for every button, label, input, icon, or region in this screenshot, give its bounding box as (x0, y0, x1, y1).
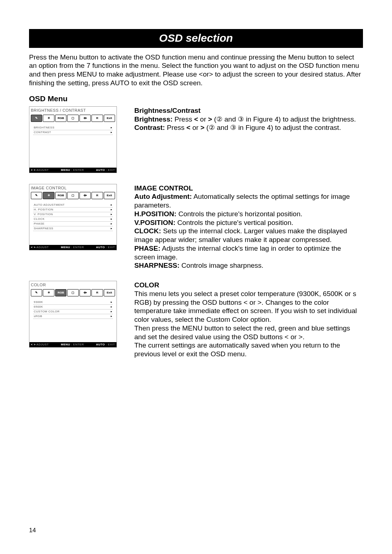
osd-panel-title: IMAGE CONTROL (29, 184, 117, 192)
osd-item-contrast[interactable]: CONTRAST▸ (33, 130, 113, 135)
osd-footer: < > ADJUST MENU : ENTER AUTO : EXIT (29, 245, 117, 250)
osd-icon-misc2[interactable]: ⟴ (79, 192, 91, 199)
osd-icon-misc1[interactable]: ▢ (67, 289, 78, 296)
chevron-right-icon: ▸ (111, 213, 113, 216)
osd-item-srgb[interactable]: sRGB▸ (33, 314, 113, 319)
osd-item-v-position[interactable]: V. POSITION▸ (33, 212, 113, 217)
osd-item-h-position[interactable]: H. POSITION▸ (33, 208, 113, 212)
osd-icon-rgb[interactable]: RGB (55, 289, 66, 296)
chevron-right-icon: ▸ (111, 315, 113, 318)
chevron-right-icon: ▸ (111, 203, 113, 207)
osd-icon-exit[interactable]: Exit (104, 289, 115, 296)
osd-panel-title: BRIGHTNESS / CONTRAST (29, 107, 117, 114)
osd-icon-row: ✎ ☀ RGB ▢ ⟴ R Exit (29, 114, 117, 123)
osd-icon-image[interactable]: ☀ (43, 115, 54, 122)
page-title: OSD selection (29, 29, 363, 48)
chevron-right-icon: ▸ (111, 208, 113, 212)
osd-item-clock[interactable]: CLOCK▸ (33, 217, 113, 222)
chevron-right-icon: ▸ (111, 217, 113, 221)
chevron-right-icon: ▸ (111, 305, 113, 309)
osd-item-brightness[interactable]: BRIGHTNESS▸ (33, 126, 113, 130)
osd-icon-rgb[interactable]: RGB (55, 192, 66, 199)
osd-footer: < > ADJUST MENU : ENTER AUTO : EXIT (29, 342, 117, 347)
osd-icon-misc1[interactable]: ▢ (67, 192, 78, 199)
chevron-right-icon: ▸ (111, 227, 113, 230)
brightness-description: Brightness/Contrast Brightness: Press < … (134, 106, 363, 132)
osd-icon-misc2[interactable]: ⟴ (79, 115, 91, 122)
osd-icon-brightness[interactable]: ✎ (31, 289, 42, 296)
chevron-right-icon: ▸ (111, 131, 113, 134)
osd-icon-reset[interactable]: R (91, 289, 103, 296)
osd-menu-heading: OSD Menu (29, 94, 363, 103)
osd-icon-misc2[interactable]: ⟴ (79, 289, 91, 296)
osd-icon-row: ✎ ☀ RGB ▢ ⟴ R Exit (29, 288, 117, 298)
osd-icon-exit[interactable]: Exit (104, 115, 115, 122)
osd-item-auto-adjustment[interactable]: AUTO ADJUSTMENT▸ (33, 203, 113, 208)
chevron-right-icon: ▸ (111, 300, 113, 304)
osd-icon-image[interactable]: ☀ (43, 289, 54, 296)
osd-item-6500k[interactable]: 6500K▸ (33, 305, 113, 309)
osd-icon-brightness[interactable]: ✎ (31, 192, 42, 199)
osd-panel-image: IMAGE CONTROL ✎ ☀ RGB ▢ ⟴ R Exit AUTO AD… (29, 184, 117, 251)
osd-icon-row: ✎ ☀ RGB ▢ ⟴ R Exit (29, 191, 117, 201)
osd-icon-rgb[interactable]: RGB (55, 115, 66, 122)
osd-item-phase[interactable]: PHASE▸ (33, 222, 113, 226)
osd-icon-brightness[interactable]: ✎ (31, 115, 42, 122)
osd-item-custom-color[interactable]: CUSTOM COLOR▸ (33, 309, 113, 314)
image-control-description: IMAGE CONTROL Auto Adjustment: Automatic… (134, 184, 363, 270)
intro-text: Press the Menu button to activate the OS… (29, 53, 363, 87)
osd-item-sharpness[interactable]: SHARPNESS▸ (33, 226, 113, 231)
osd-icon-reset[interactable]: R (91, 192, 103, 199)
osd-panel-title: COLOR (29, 281, 117, 288)
osd-icon-exit[interactable]: Exit (104, 192, 115, 199)
chevron-right-icon: ▸ (111, 126, 113, 130)
osd-footer: < > ADJUST MENU : ENTER AUTO : EXIT (29, 168, 117, 173)
osd-icon-misc1[interactable]: ▢ (67, 115, 78, 122)
osd-item-9300k[interactable]: 9300K▸ (33, 300, 113, 305)
osd-panel-color: COLOR ✎ ☀ RGB ▢ ⟴ R Exit 9300K▸ 6500K▸ C… (29, 281, 117, 348)
chevron-right-icon: ▸ (111, 222, 113, 226)
osd-panel-brightness: BRIGHTNESS / CONTRAST ✎ ☀ RGB ▢ ⟴ R Exit… (29, 106, 117, 173)
chevron-right-icon: ▸ (111, 310, 113, 313)
page-number: 14 (29, 526, 36, 534)
osd-icon-reset[interactable]: R (91, 115, 103, 122)
color-description: COLOR This menu lets you select a preset… (134, 281, 363, 358)
osd-icon-image[interactable]: ☀ (43, 192, 54, 199)
